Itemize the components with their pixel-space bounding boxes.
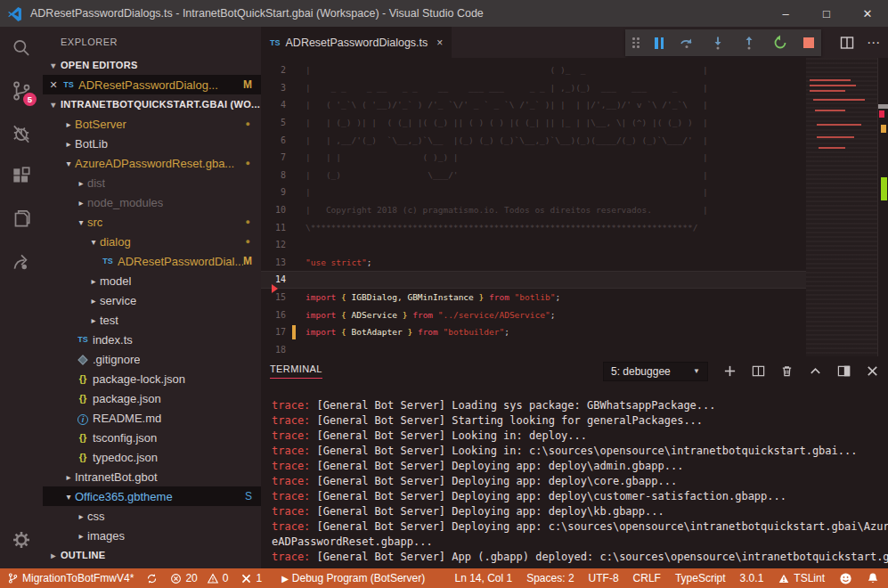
tslint-item[interactable]: TSLint [778,572,825,584]
tree-item--gitignore[interactable]: .gitignore [43,349,261,369]
restart-button[interactable] [772,35,788,51]
tree-item-css[interactable]: ▸css [43,506,261,526]
scrollbar-thumb[interactable] [878,104,888,109]
search-icon[interactable] [0,27,43,69]
tree-item-typedoc-json[interactable]: {}typedoc.json [43,447,261,467]
tree-item-adresetpassworddial-[interactable]: TSADResetPasswordDial...M [43,251,261,271]
open-editor-item[interactable]: ✕ TS ADResetPasswordDialog... M [43,75,261,94]
line-number[interactable]: 18 [261,345,286,355]
tree-item-azureadpasswordreset-gba-[interactable]: ▾AzureADPasswordReset.gba...● [43,153,261,173]
close-panel-icon[interactable] [866,364,879,378]
split-editor-icon[interactable] [840,36,854,50]
modified-dot-badge: ● [246,119,250,128]
indentation-item[interactable]: Spaces: 2 [526,572,574,584]
code-editor[interactable]: 2| ( )_ _ |3| _ _ _ __ _ _ __ ___ ___ _ … [261,58,888,356]
open-editors-header[interactable]: ▾ OPEN EDITORS [43,55,261,75]
line-number[interactable]: 15 [261,292,286,302]
line-number[interactable]: 6 [261,135,286,145]
tree-item-label: typedoc.json [93,451,158,464]
sync-item[interactable] [146,573,158,584]
tree-item-images[interactable]: ▸images [43,526,261,545]
line-number[interactable]: 2 [261,65,286,75]
line-number[interactable]: 11 [261,223,286,233]
kill-terminal-icon[interactable] [780,364,794,378]
terminal-output[interactable]: trace: [General Bot Server] Loading sys … [261,386,888,568]
ts-file-icon: TS [100,257,116,265]
split-terminal-icon[interactable] [752,364,765,378]
tree-item-botserver[interactable]: ▸BotServer● [43,114,261,134]
workspace-header[interactable]: ▾ INTRANETBOTQUICKSTART.GBAI (WO... [43,94,261,114]
pause-button[interactable] [655,37,664,49]
terminal-line: trace: [General Bot Server] Deploying ap… [272,504,888,519]
cursor-position-item[interactable]: Ln 14, Col 1 [454,572,512,584]
sync-icon [146,573,158,584]
tree-item-readme-md[interactable]: iREADME.md [43,408,261,428]
chevron-right-icon: ▸ [87,315,100,325]
tree-item-dist[interactable]: ▸dist [43,173,261,192]
line-number[interactable]: 16 [261,310,286,320]
tree-item-index-ts[interactable]: TSindex.ts [43,330,261,349]
outline-header[interactable]: ▸ OUTLINE [43,545,261,565]
git-branch-item[interactable]: MigrationToBotFmwV4* [7,572,134,584]
tree-item-office365-gbtheme[interactable]: ▾Office365.gbthemeS [43,486,261,506]
ts-version-item[interactable]: 3.0.1 [740,572,764,584]
tree-item-model[interactable]: ▸model [43,271,261,290]
tree-item-botlib[interactable]: ▸BotLib [43,134,261,153]
more-actions-icon[interactable]: ⋯ [867,35,881,51]
tools-item[interactable]: 1 [240,572,262,584]
extensions-icon[interactable] [0,155,43,198]
minimize-button[interactable]: – [765,0,806,27]
line-number[interactable]: 4 [261,100,286,110]
maximize-button[interactable]: □ [806,0,847,27]
toggle-panel-icon[interactable] [837,364,851,378]
step-into-button[interactable] [710,35,726,51]
line-number[interactable]: 12 [261,240,286,249]
tree-item-test[interactable]: ▸test [43,310,261,330]
tree-item-src[interactable]: ▾src● [43,212,261,232]
minimap[interactable] [806,58,877,356]
close-icon[interactable]: ✕ [46,79,61,91]
debug-toolbar-drag-handle[interactable] [632,37,640,48]
feedback-smiley-icon[interactable] [839,572,852,585]
line-number[interactable]: 3 [261,83,286,93]
documents-icon[interactable] [0,198,43,241]
stop-button[interactable] [803,37,814,48]
terminal-line: trace: [General Bot Server] Starting loo… [272,413,888,429]
debug-icon[interactable] [0,112,43,155]
line-number[interactable]: 5 [261,118,286,127]
tree-item-intranetbot-gbot[interactable]: ▸IntranetBot.gbot [43,467,261,486]
tree-item-service[interactable]: ▸service [43,290,261,310]
terminal-select[interactable]: 5: debuggee ▼ [603,362,708,381]
line-number[interactable]: 13 [261,257,286,267]
eol-item[interactable]: CRLF [633,572,661,584]
tree-item-tsconfig-json[interactable]: {}tsconfig.json [43,428,261,447]
source-control-icon[interactable]: 5 [0,69,43,112]
notifications-bell-icon[interactable] [867,572,879,584]
tree-item-label: src [87,216,102,229]
problems-item[interactable]: 20 0 [170,572,228,584]
tab-terminal[interactable]: TERMINAL [270,363,322,379]
close-button[interactable]: ✕ [847,0,888,27]
tree-item-dialog[interactable]: ▾dialog● [43,232,261,251]
debug-program-item[interactable]: ▶ Debug Program (BotServer) [281,572,425,584]
new-terminal-icon[interactable] [723,364,737,378]
language-item[interactable]: TypeScript [675,572,726,584]
line-number[interactable]: 7 [261,152,286,162]
tree-item-package-lock-json[interactable]: {}package-lock.json [43,369,261,388]
settings-gear-icon[interactable] [0,519,43,561]
encoding-item[interactable]: UTF-8 [589,572,619,584]
line-number[interactable]: 9 [261,187,286,197]
step-out-button[interactable] [741,35,757,51]
line-number[interactable]: 10 [261,205,286,215]
line-number[interactable]: 8 [261,170,286,180]
json-file-icon: {} [75,373,91,384]
tree-item-node-modules[interactable]: ▸node_modules [43,192,261,212]
tab-close-icon[interactable]: × [436,37,443,49]
tab-adresetpassworddialogs[interactable]: TS ADResetPasswordDialogs.ts × [261,27,452,58]
tree-item-package-json[interactable]: {}package.json [43,388,261,408]
maximize-panel-icon[interactable] [809,364,822,378]
line-number[interactable]: 17 [261,327,286,337]
overview-ruler[interactable] [877,58,888,356]
share-icon[interactable] [0,241,43,283]
step-over-button[interactable] [679,35,695,51]
